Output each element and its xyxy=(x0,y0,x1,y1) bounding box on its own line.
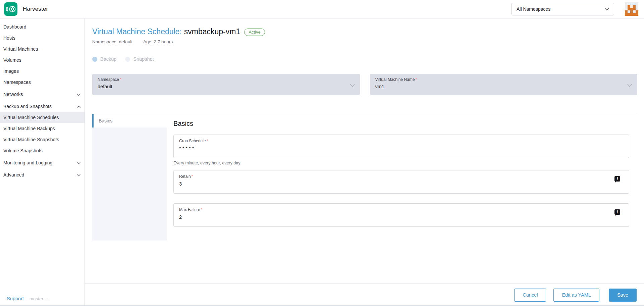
harvester-logo-icon[interactable] xyxy=(4,2,17,16)
chevron-down-icon xyxy=(350,83,355,89)
radio-selected-icon xyxy=(92,57,97,62)
radio-backup: Backup xyxy=(92,56,116,62)
section-title: Basics xyxy=(173,120,629,128)
cron-schedule-field[interactable]: Cron Schedule* * * * * * xyxy=(173,135,629,158)
chevron-up-icon xyxy=(77,104,80,109)
resource-name: svmbackup-vm1 xyxy=(184,27,240,36)
sidebar-item-hosts[interactable]: Hosts xyxy=(0,32,85,43)
radio-unselected-icon xyxy=(125,57,130,62)
chevron-down-icon xyxy=(77,92,80,97)
sidebar-item-virtual-machine-backups[interactable]: Virtual Machine Backups xyxy=(0,123,85,134)
required-marker: * xyxy=(201,207,203,212)
sidebar-item-virtual-machine-schedules[interactable]: Virtual Machine Schedules xyxy=(0,112,85,123)
sidebar-item-virtual-machines[interactable]: Virtual Machines xyxy=(0,43,85,54)
retain-value[interactable]: 3 xyxy=(179,181,624,187)
sidebar-group-monitoring-and-logging[interactable]: Monitoring and Logging xyxy=(0,157,85,168)
chevron-down-icon xyxy=(604,6,609,12)
chevron-down-icon xyxy=(77,172,80,177)
edit-as-yaml-button[interactable]: Edit as YAML xyxy=(553,289,599,302)
namespace-filter-value: All Namespaces xyxy=(517,6,604,12)
schedule-type-radio-group: Backup Snapshot xyxy=(92,56,637,62)
virtual-machine-name-select-value: vm1 xyxy=(375,84,632,89)
sidebar-item-dashboard[interactable]: Dashboard xyxy=(0,21,85,32)
meta-namespace: Namespace: default xyxy=(92,39,132,44)
sidebar-item-volume-snapshots[interactable]: Volume Snapshots xyxy=(0,145,85,156)
save-button[interactable]: Save xyxy=(609,289,637,302)
namespace-select-value: default xyxy=(98,84,355,89)
sidebar: Dashboard Hosts Virtual Machines Volumes… xyxy=(0,18,85,306)
max-failure-value[interactable]: 2 xyxy=(179,214,624,220)
required-marker: * xyxy=(120,77,121,82)
tab-basics[interactable]: Basics xyxy=(92,114,167,128)
namespace-filter-select[interactable]: All Namespaces xyxy=(512,3,614,15)
sidebar-footer: Support master-… xyxy=(7,296,49,301)
max-failure-field[interactable]: Max Failure* 2 i xyxy=(173,203,629,227)
cancel-button[interactable]: Cancel xyxy=(514,289,546,302)
status-badge: Active xyxy=(244,29,265,36)
sidebar-item-virtual-machine-snapshots[interactable]: Virtual Machine Snapshots xyxy=(0,134,85,145)
tab-panel-basics: Basics Cron Schedule* * * * * * Every mi… xyxy=(167,114,637,241)
radio-snapshot: Snapshot xyxy=(125,56,154,62)
meta-age: Age: 2.7 hours xyxy=(143,39,173,44)
resource-type-link[interactable]: Virtual Machine Schedule: xyxy=(92,27,182,36)
main-content: Virtual Machine Schedule: svmbackup-vm1 … xyxy=(85,18,644,306)
page-title: Virtual Machine Schedule: svmbackup-vm1 … xyxy=(92,27,637,36)
chevron-down-icon xyxy=(77,160,80,165)
info-tooltip-icon[interactable]: i xyxy=(614,176,620,182)
required-marker: * xyxy=(192,174,193,179)
support-link[interactable]: Support xyxy=(7,296,24,301)
resource-meta: Namespace: default Age: 2.7 hours xyxy=(92,39,637,44)
cron-schedule-value[interactable]: * * * * * xyxy=(179,146,624,151)
sidebar-item-volumes[interactable]: Volumes xyxy=(0,54,85,65)
app-header: Harvester All Namespaces xyxy=(0,0,644,18)
user-avatar[interactable] xyxy=(625,2,638,16)
info-tooltip-icon[interactable]: i xyxy=(614,209,620,215)
sidebar-group-networks[interactable]: Networks xyxy=(0,89,85,100)
sidebar-group-advanced[interactable]: Advanced xyxy=(0,169,85,180)
action-bar: Cancel Edit as YAML Save xyxy=(85,284,644,306)
required-marker: * xyxy=(415,77,417,82)
sidebar-item-namespaces[interactable]: Namespaces xyxy=(0,76,85,88)
chevron-down-icon xyxy=(627,83,632,89)
app-window: Harvester All Namespaces Dashboard Hosts… xyxy=(0,0,644,306)
namespace-select: Namespace* default xyxy=(92,74,360,95)
required-marker: * xyxy=(206,139,208,143)
app-title: Harvester xyxy=(23,6,48,12)
virtual-machine-name-select: Virtual Machine Name* vm1 xyxy=(370,74,638,95)
tab-strip: Basics xyxy=(92,114,167,241)
cron-schedule-helper: Every minute, every hour, every day xyxy=(173,161,629,165)
form-card: Basics Basics Cron Schedule* * * * * * E… xyxy=(92,114,637,241)
sidebar-group-backup-and-snapshots[interactable]: Backup and Snapshots xyxy=(0,101,85,112)
retain-field[interactable]: Retain* 3 i xyxy=(173,170,629,194)
sidebar-item-images[interactable]: Images xyxy=(0,65,85,76)
version-label: master-… xyxy=(30,296,49,301)
